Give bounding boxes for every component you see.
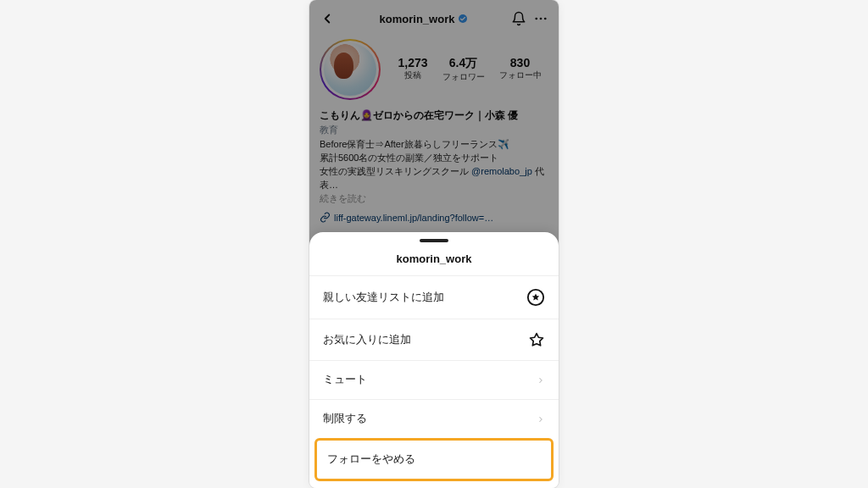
more-horizontal-icon xyxy=(533,11,548,26)
canvas: komorin_work xyxy=(0,0,868,488)
sheet-item-label: お気に入りに追加 xyxy=(323,333,411,347)
stat-followers[interactable]: 6.4万 フォロワー xyxy=(442,56,485,83)
bell-icon xyxy=(511,11,526,26)
chevron-right-icon xyxy=(537,374,545,386)
top-bar: komorin_work xyxy=(320,5,548,32)
stat-following[interactable]: 830 フォロー中 xyxy=(499,56,542,83)
avatar xyxy=(324,43,376,96)
external-link-text: liff-gateway.lineml.jp/landing?follow=… xyxy=(334,213,493,223)
stat-followers-value: 6.4万 xyxy=(442,56,485,71)
bottom-sheet: komorin_work 親しい友達リストに追加 お気に入りに追加 ミュート xyxy=(309,232,559,488)
sheet-grabber[interactable] xyxy=(420,239,448,242)
svg-point-2 xyxy=(540,18,542,20)
profile-username: komorin_work xyxy=(380,13,455,25)
bio-mention[interactable]: @remolabo_jp xyxy=(471,166,532,176)
sheet-title: komorin_work xyxy=(309,249,559,275)
bio-line1: Before保育士⇒After旅暮らしフリーランス✈️ xyxy=(320,139,509,149)
back-button[interactable] xyxy=(320,11,337,26)
phone-frame: komorin_work xyxy=(309,0,559,488)
bio-more[interactable]: 続きを読む xyxy=(320,193,366,203)
link-icon xyxy=(320,212,331,223)
profile-header-row: 1,273 投稿 6.4万 フォロワー 830 フォロー中 xyxy=(320,39,548,100)
story-ring[interactable] xyxy=(320,39,381,100)
sheet-item-unfollow[interactable]: フォローをやめる xyxy=(317,441,551,479)
chevron-right-icon xyxy=(537,413,545,425)
stat-followers-label: フォロワー xyxy=(442,71,485,83)
external-link[interactable]: liff-gateway.lineml.jp/landing?follow=… xyxy=(320,212,548,223)
stat-following-label: フォロー中 xyxy=(499,69,542,81)
display-name: こもりん🧕ゼロからの在宅ワーク｜小森 優 xyxy=(320,108,548,123)
stats-row: 1,273 投稿 6.4万 フォロワー 830 フォロー中 xyxy=(391,56,548,83)
svg-point-3 xyxy=(544,18,547,20)
avatar-inner xyxy=(321,41,379,98)
bio-line3-pre: 女性の実践型リスキリングスクール xyxy=(320,166,471,176)
sheet-item-label: ミュート xyxy=(323,373,367,387)
sheet-item-label: 親しい友達リストに追加 xyxy=(323,291,444,305)
more-button[interactable] xyxy=(533,11,548,26)
sheet-item-favorites[interactable]: お気に入りに追加 xyxy=(309,319,559,360)
svg-point-0 xyxy=(459,14,467,23)
unfollow-highlight: フォローをやめる xyxy=(314,438,554,481)
stat-posts[interactable]: 1,273 投稿 xyxy=(398,56,427,83)
sheet-item-mute[interactable]: ミュート xyxy=(309,360,559,399)
sheet-item-close-friends[interactable]: 親しい友達リストに追加 xyxy=(309,275,559,319)
notifications-button[interactable] xyxy=(511,11,526,26)
stat-following-value: 830 xyxy=(499,56,542,69)
sheet-item-label: フォローをやめる xyxy=(327,452,415,467)
profile-screen: komorin_work xyxy=(309,0,559,267)
stat-posts-label: 投稿 xyxy=(398,69,427,81)
sheet-item-restrict[interactable]: 制限する xyxy=(309,399,559,438)
bio: Before保育士⇒After旅暮らしフリーランス✈️ 累計5600名の女性の副… xyxy=(320,138,548,206)
svg-point-1 xyxy=(535,18,537,20)
chevron-left-icon xyxy=(320,11,335,26)
bio-line2: 累計5600名の女性の副業／独立をサポート xyxy=(320,152,498,163)
stat-posts-value: 1,273 xyxy=(398,56,427,69)
category: 教育 xyxy=(320,124,548,136)
verified-badge-icon xyxy=(458,14,468,24)
sheet-item-label: 制限する xyxy=(323,412,367,426)
star-outline-icon xyxy=(528,331,545,348)
star-circle-icon xyxy=(526,288,545,307)
title-area: komorin_work xyxy=(342,13,506,25)
